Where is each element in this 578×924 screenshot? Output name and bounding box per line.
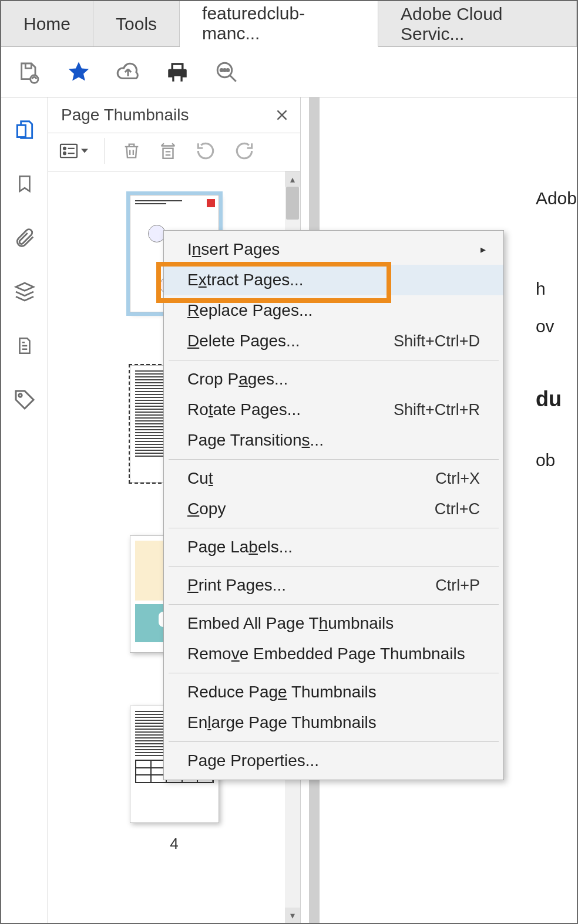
bookmark-nav-icon[interactable] [12,171,37,196]
svg-point-4 [220,69,223,71]
menu-shortcut: Shift+Ctrl+R [394,401,480,419]
star-icon[interactable] [66,59,92,85]
menu-shortcut: Shift+Ctrl+D [394,332,480,350]
menu-separator [169,741,499,742]
menu-shortcut: Ctrl+X [435,470,480,488]
scroll-grip[interactable] [286,187,299,220]
save-cloud-icon[interactable] [16,59,42,85]
menu-remove-embedded-thumbnails[interactable]: Remove Embedded Page Thumbnails [164,639,503,669]
tab-home[interactable]: Home [1,1,93,46]
left-nav [1,97,48,923]
rotate-ccw-icon[interactable] [194,140,217,162]
menu-separator [169,604,499,605]
svg-point-6 [18,394,21,397]
menu-separator [169,528,499,528]
layers-nav-icon[interactable] [12,279,37,304]
main-toolbar [1,47,577,97]
menu-print-pages[interactable]: Print Pages... Ctrl+P [164,570,503,601]
attachment-nav-icon[interactable] [12,225,37,250]
menu-cut[interactable]: Cut Ctrl+X [164,463,503,494]
svg-rect-1 [174,76,181,82]
menu-delete-pages[interactable]: Delete Pages... Shift+Ctrl+D [164,326,503,356]
scroll-up-icon[interactable]: ▴ [285,171,300,187]
svg-rect-7 [61,144,77,157]
find-icon[interactable] [214,59,240,85]
upload-cloud-icon[interactable] [115,59,141,85]
menu-shortcut: Ctrl+P [435,576,480,595]
panel-toolbar [48,133,300,171]
menu-extract-pages[interactable]: Extract Pages... [164,265,503,295]
document-content: Adob h ov du ob [536,180,577,479]
menu-separator [169,673,499,673]
scroll-down-icon[interactable]: ▾ [285,908,300,923]
menu-rotate-pages[interactable]: Rotate Pages... Shift+Ctrl+R [164,394,503,425]
page-number-label: 4 [48,835,300,853]
menu-separator [169,566,499,566]
menu-page-properties[interactable]: Page Properties... [164,746,503,776]
tag-nav-icon[interactable] [12,387,37,412]
menu-separator [169,459,499,460]
options-menu-icon[interactable] [59,143,88,159]
delete-icon[interactable] [122,140,142,162]
svg-point-3 [223,69,226,71]
menu-page-labels[interactable]: Page Labels... [164,532,503,562]
tab-document-1[interactable]: featuredclub-manc... [180,1,378,47]
organize-icon[interactable] [158,140,178,162]
rotate-cw-icon[interactable] [233,140,256,162]
menu-shortcut: Ctrl+C [435,500,480,518]
svg-point-8 [63,147,66,150]
separator [105,138,105,164]
close-panel-icon[interactable] [274,107,290,123]
svg-point-5 [227,69,229,71]
menu-reduce-thumbnails[interactable]: Reduce Page Thumbnails [164,677,503,707]
menu-replace-pages[interactable]: Replace Pages... [164,295,503,326]
menu-insert-pages[interactable]: Insert Pages ▸ [164,234,503,265]
tab-document-2[interactable]: Adobe Cloud Servic... [378,1,577,46]
print-icon[interactable] [164,59,190,85]
menu-separator [169,360,499,360]
context-menu: Insert Pages ▸ Extract Pages... Replace … [163,230,504,780]
tab-bar: Home Tools featuredclub-manc... Adobe Cl… [1,1,577,47]
menu-page-transitions[interactable]: Page Transitions... [164,425,503,456]
submenu-arrow-icon: ▸ [480,243,486,256]
page-nav-icon[interactable] [12,333,37,358]
panel-title: Page Thumbnails [61,106,189,124]
svg-point-9 [63,152,66,154]
menu-embed-thumbnails[interactable]: Embed All Page Thumbnails [164,608,503,639]
menu-crop-pages[interactable]: Crop Pages... [164,364,503,394]
menu-copy[interactable]: Copy Ctrl+C [164,494,503,524]
thumbnails-nav-icon[interactable] [12,117,37,142]
tab-tools[interactable]: Tools [93,1,180,46]
svg-rect-10 [163,149,173,159]
menu-enlarge-thumbnails[interactable]: Enlarge Page Thumbnails [164,707,503,738]
